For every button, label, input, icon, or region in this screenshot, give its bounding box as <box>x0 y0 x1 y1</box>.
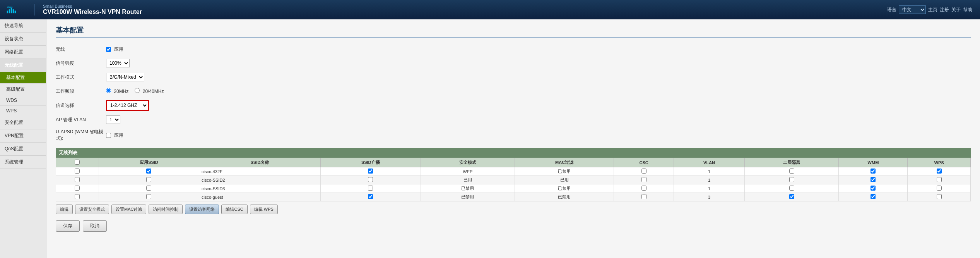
set-mac-filter-button[interactable]: 设置MAC过滤 <box>111 205 146 214</box>
select-all-checkbox[interactable] <box>75 160 80 165</box>
sidebar-item-network-config[interactable]: 网络配置 <box>0 46 46 59</box>
row1-wmm <box>839 167 908 176</box>
row3-layer2 <box>745 184 839 193</box>
svg-text:cisco: cisco <box>7 6 13 8</box>
uapsd-row: U-APSD (WMM 省电模式): 应用 <box>56 129 971 142</box>
row4-security: 已禁用 <box>421 193 515 201</box>
freq-20mhz-radio[interactable] <box>106 88 111 93</box>
sidebar-item-vpn-config[interactable]: VPN配置 <box>0 129 46 143</box>
cancel-button[interactable]: 取消 <box>83 220 107 232</box>
row2-apply-ssid <box>99 176 199 184</box>
ap-vlan-label: AP 管理 VLAN <box>56 117 106 123</box>
freq-20-40mhz-option[interactable]: 20/40MHz <box>135 88 164 94</box>
bookmark-link[interactable]: 注册 <box>940 7 949 13</box>
row3-wps-checkbox[interactable] <box>937 186 942 191</box>
row2-layer2-checkbox[interactable] <box>789 177 794 182</box>
row4-checkbox[interactable] <box>75 194 80 199</box>
row4-csc <box>614 193 674 201</box>
help-link[interactable]: 帮助 <box>963 7 972 13</box>
uapsd-checkbox[interactable] <box>106 133 111 138</box>
uapsd-apply-label: 应用 <box>114 132 123 139</box>
row2-wps-checkbox[interactable] <box>937 177 942 182</box>
row2-checkbox-cell <box>56 176 99 184</box>
sidebar-item-device-status[interactable]: 设备状态 <box>0 33 46 46</box>
row4-broadcast-checkbox[interactable] <box>368 194 373 199</box>
channel-select[interactable]: 1-2.412 GHZ 2-2.417 GHZ 3-2.422 GHZ 6-2.… <box>107 101 148 110</box>
row1-layer2-checkbox[interactable] <box>789 169 794 174</box>
wireless-table: 应用SSID SSID名称 SSID广播 安全模式 MAC过滤 CSC VLAN… <box>56 158 971 201</box>
table-btn-row: 编辑 设置安全模式 设置MAC过滤 访问时间控制 设置访客网络 编辑CSC 编辑… <box>56 205 971 214</box>
row1-apply-ssid-checkbox[interactable] <box>146 169 151 174</box>
row2-vlan: 1 <box>674 176 744 184</box>
about-link[interactable]: 关于 <box>951 7 961 13</box>
sidebar-sub-basic-config[interactable]: 基本配置 <box>0 72 46 84</box>
row2-csc-checkbox[interactable] <box>641 177 646 182</box>
row2-apply-ssid-checkbox[interactable] <box>146 177 151 182</box>
access-time-button[interactable]: 访问时间控制 <box>149 205 183 214</box>
sidebar-sub-wds[interactable]: WDS <box>0 95 46 106</box>
sidebar-item-system-mgmt[interactable]: 系统管理 <box>0 156 46 169</box>
row4-layer2-checkbox[interactable] <box>789 194 794 199</box>
header-divider <box>34 4 34 15</box>
sidebar-item-security-config[interactable]: 安全配置 <box>0 116 46 129</box>
row2-broadcast-checkbox[interactable] <box>368 177 373 182</box>
freq-20mhz-option[interactable]: 20MHz <box>106 88 128 94</box>
col-layer2: 二层隔离 <box>745 158 839 167</box>
col-apply-ssid: 应用SSID <box>99 158 199 167</box>
sidebar-sub-advanced-config[interactable]: 高级配置 <box>0 84 46 95</box>
wireless-checkbox[interactable] <box>106 47 111 52</box>
freq-20-40mhz-radio[interactable] <box>135 88 140 93</box>
col-wps: WPS <box>908 158 971 167</box>
sidebar-item-wireless-config[interactable]: 无线配置 <box>0 59 46 72</box>
home-link[interactable]: 主页 <box>928 7 937 13</box>
row1-checkbox-cell <box>56 167 99 176</box>
row1-csc-checkbox[interactable] <box>641 169 646 174</box>
row4-apply-ssid-checkbox[interactable] <box>146 194 151 199</box>
row2-security: 已用 <box>421 176 515 184</box>
row4-csc-checkbox[interactable] <box>641 194 646 199</box>
work-mode-select[interactable]: B/G/N-Mixed B Only G Only N Only <box>106 73 144 81</box>
ap-vlan-select[interactable]: 1 2 3 <box>106 115 120 124</box>
row3-wmm-checkbox[interactable] <box>871 186 876 191</box>
edit-button[interactable]: 编辑 <box>56 205 73 214</box>
set-security-button[interactable]: 设置安全模式 <box>75 205 109 214</box>
channel-row: 信道选择 1-2.412 GHZ 2-2.417 GHZ 3-2.422 GHZ… <box>56 100 971 111</box>
row3-layer2-checkbox[interactable] <box>789 186 794 191</box>
table-row: cisco-SSID2 已用 已用 1 <box>56 176 971 184</box>
wireless-table-header-bar: 无线列表 <box>56 148 971 158</box>
row4-wps-checkbox[interactable] <box>937 194 942 199</box>
row3-csc-checkbox[interactable] <box>641 186 646 191</box>
sidebar-item-quick-nav[interactable]: 快速导航 <box>0 19 46 33</box>
save-button[interactable]: 保存 <box>56 220 80 232</box>
row1-security: WEP <box>421 167 515 176</box>
row3-apply-ssid-checkbox[interactable] <box>146 186 151 191</box>
table-row: cisco-guest 已禁用 已禁用 3 <box>56 193 971 201</box>
row1-checkbox[interactable] <box>75 169 80 174</box>
col-ssid-broadcast: SSID广播 <box>320 158 421 167</box>
product-info: Small Business CVR100W Wireless-N VPN Ro… <box>43 4 142 15</box>
row3-checkbox-cell <box>56 184 99 193</box>
wireless-label: 无线 <box>56 46 106 53</box>
row3-checkbox[interactable] <box>75 186 80 191</box>
sidebar-sub-wps[interactable]: WPS <box>0 106 46 116</box>
row4-checkbox-cell <box>56 193 99 201</box>
sidebar-item-qos-config[interactable]: QoS配置 <box>0 143 46 156</box>
freq-row: 工作频段 20MHz 20/40MHz <box>56 86 971 96</box>
row4-wmm-checkbox[interactable] <box>871 194 876 199</box>
row4-mac-filter: 已禁用 <box>515 193 614 201</box>
row1-broadcast-checkbox[interactable] <box>368 169 373 174</box>
signal-strength-select[interactable]: 100% 75% 50% 25% <box>106 59 130 67</box>
set-guest-net-button[interactable]: 设置访客网络 <box>185 205 219 214</box>
row1-mac-filter: 已禁用 <box>515 167 614 176</box>
page-title: 基本配置 <box>56 26 971 38</box>
row3-broadcast-checkbox[interactable] <box>368 186 373 191</box>
row1-wmm-checkbox[interactable] <box>871 169 876 174</box>
table-row: cisco-432F WEP 已禁用 1 <box>56 167 971 176</box>
col-wmm: WMM <box>839 158 908 167</box>
language-select[interactable]: 中文 English <box>899 5 926 14</box>
row2-wmm-checkbox[interactable] <box>871 177 876 182</box>
row2-checkbox[interactable] <box>75 177 80 182</box>
edit-wps-button[interactable]: 编辑 WPS <box>250 205 278 214</box>
edit-csc-button[interactable]: 编辑CSC <box>221 205 247 214</box>
row1-wps-checkbox[interactable] <box>937 169 942 174</box>
